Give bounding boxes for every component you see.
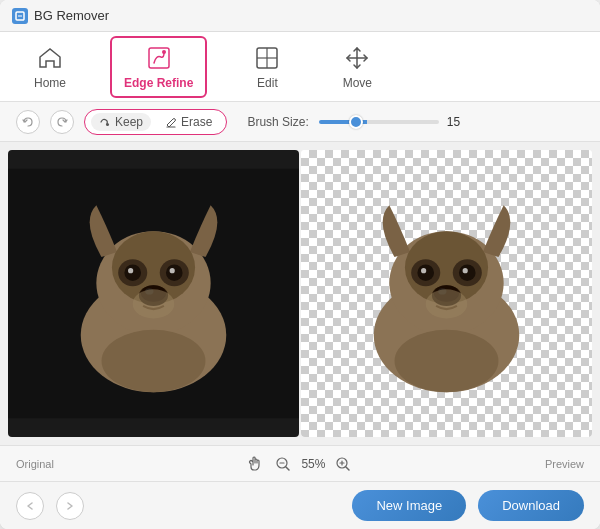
preview-image (301, 150, 592, 437)
download-button[interactable]: Download (478, 490, 584, 521)
app-window: BG Remover Home Edge Refine (0, 0, 600, 529)
zoom-out-button[interactable] (273, 454, 293, 474)
preview-panel[interactable] (301, 150, 592, 437)
new-image-button[interactable]: New Image (352, 490, 466, 521)
toolbar-move[interactable]: Move (327, 36, 387, 98)
toolbar-edge-refine[interactable]: Edge Refine (110, 36, 207, 98)
svg-point-22 (133, 289, 175, 318)
zoom-controls: 55% (54, 454, 545, 474)
svg-point-16 (166, 264, 183, 281)
keep-label: Keep (115, 115, 143, 129)
svg-point-30 (459, 264, 476, 281)
keep-button[interactable]: Keep (91, 113, 151, 131)
sub-toolbar: Keep Erase Brush Size: 15 (0, 102, 600, 142)
svg-point-31 (421, 268, 426, 273)
brush-size-slider[interactable] (319, 120, 439, 124)
svg-line-40 (286, 467, 289, 470)
edit-icon (253, 44, 281, 72)
svg-point-15 (124, 264, 141, 281)
main-toolbar: Home Edge Refine Edit (0, 32, 600, 102)
move-label: Move (343, 76, 372, 90)
prev-button[interactable] (16, 492, 44, 520)
brush-slider-container: 15 (319, 115, 584, 129)
svg-point-17 (128, 268, 133, 273)
svg-point-32 (463, 268, 468, 273)
svg-line-44 (346, 467, 349, 470)
title-bar: BG Remover (0, 0, 600, 32)
app-title: BG Remover (34, 8, 109, 23)
original-panel[interactable] (8, 150, 299, 437)
home-label: Home (34, 76, 66, 90)
svg-point-3 (162, 50, 166, 54)
next-button[interactable] (56, 492, 84, 520)
svg-point-36 (426, 289, 468, 318)
brush-size-label: Brush Size: (247, 115, 308, 129)
footer: New Image Download (0, 481, 600, 529)
app-icon (12, 8, 28, 24)
svg-point-23 (102, 330, 206, 392)
bottom-bar: Original 55% (0, 445, 600, 481)
original-image (8, 150, 299, 437)
brush-size-value: 15 (447, 115, 467, 129)
svg-point-7 (106, 123, 109, 126)
main-content (0, 142, 600, 445)
brush-mode-group: Keep Erase (84, 109, 227, 135)
svg-point-37 (395, 330, 499, 392)
toolbar-home[interactable]: Home (20, 36, 80, 98)
hand-tool-button[interactable] (245, 454, 265, 474)
home-icon (36, 44, 64, 72)
edge-refine-label: Edge Refine (124, 76, 193, 90)
edge-refine-icon (145, 44, 173, 72)
preview-label: Preview (545, 458, 584, 470)
svg-rect-2 (149, 48, 169, 68)
svg-point-29 (417, 264, 434, 281)
zoom-level: 55% (301, 457, 325, 471)
move-icon (343, 44, 371, 72)
zoom-in-button[interactable] (333, 454, 353, 474)
redo-button[interactable] (50, 110, 74, 134)
edit-label: Edit (257, 76, 278, 90)
erase-button[interactable]: Erase (157, 113, 220, 131)
original-label: Original (16, 458, 54, 470)
toolbar-edit[interactable]: Edit (237, 36, 297, 98)
undo-button[interactable] (16, 110, 40, 134)
erase-label: Erase (181, 115, 212, 129)
svg-point-18 (170, 268, 175, 273)
